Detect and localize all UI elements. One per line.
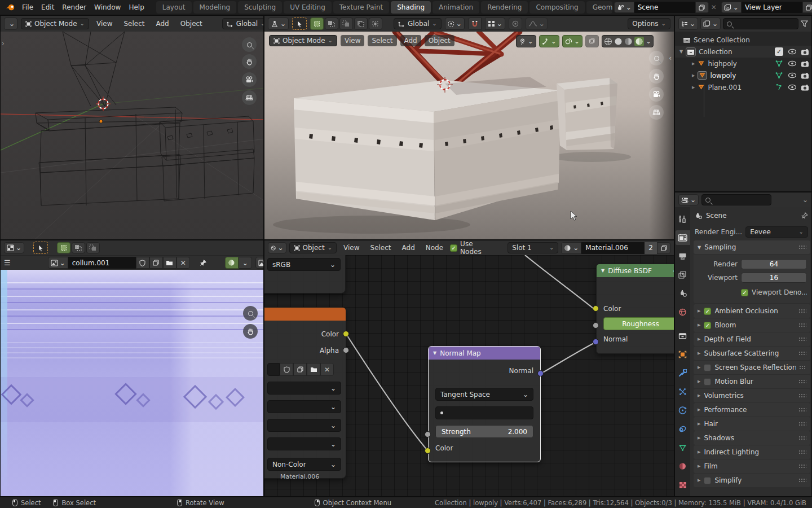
tab-modeling[interactable]: Modeling	[193, 1, 237, 14]
new-material-button[interactable]	[657, 242, 670, 254]
normal-map-image[interactable]	[1, 270, 264, 497]
material-users-count[interactable]: 2	[645, 242, 657, 254]
interpolation-dropdown[interactable]: ⌄	[267, 400, 341, 413]
editor-type-image-icon[interactable]: ⌄	[4, 242, 24, 253]
tab-collection[interactable]	[676, 329, 690, 343]
outliner-search-input[interactable]	[723, 18, 798, 29]
menu-node[interactable]: Node	[422, 242, 447, 253]
menu-render[interactable]: Render	[58, 2, 90, 13]
ambient-occlusion-checkbox[interactable]: ✓	[704, 308, 711, 315]
simplify-checkbox[interactable]	[704, 477, 711, 484]
duplicate-image-button[interactable]	[149, 257, 163, 269]
new-scene-button[interactable]	[695, 2, 709, 13]
outliner-row-scene-collection[interactable]: Scene Collection	[675, 34, 811, 46]
pan-tool-button[interactable]	[242, 54, 257, 69]
blender-logo-icon[interactable]	[6, 3, 16, 11]
display-channels-icon[interactable]	[255, 257, 264, 269]
properties-search-input[interactable]	[701, 194, 771, 205]
panel-hair[interactable]: ▶Hair	[694, 417, 810, 431]
open-image-folder-button[interactable]	[163, 257, 176, 269]
transform-orientation-dropdown[interactable]: Global⌄	[222, 18, 264, 29]
menu-edit[interactable]: Edit	[37, 2, 58, 13]
editor-type-properties-icon[interactable]: ⌄	[678, 194, 699, 205]
render-engine-dropdown[interactable]: Eevee⌄	[745, 226, 808, 238]
panel-sampling[interactable]: ▼ Sampling	[694, 240, 810, 254]
shader-type-dropdown[interactable]: Object⌄	[289, 242, 337, 253]
hide-eye-icon[interactable]	[788, 49, 797, 55]
disable-render-camera-icon[interactable]	[801, 72, 809, 79]
add-view-layer-button[interactable]	[802, 2, 812, 13]
chevron-down-icon[interactable]: ⌄	[646, 37, 651, 45]
tab-particles[interactable]	[676, 384, 690, 399]
zoom-tool-button[interactable]	[242, 37, 257, 52]
normal-map-space-dropdown[interactable]: Tangent Space⌄	[435, 388, 533, 401]
tab-object[interactable]	[676, 347, 690, 362]
tab-rendering[interactable]: Rendering	[481, 1, 528, 14]
tab-texture[interactable]	[676, 478, 690, 492]
panel-screen-space-reflections[interactable]: ▶Screen Space Reflections	[694, 361, 810, 374]
show-gizmo-toggle[interactable]: ⌄	[539, 35, 559, 47]
node-image-texture[interactable]: Color Alpha ✕ ⌄ ⌄ ⌄ ⌄ Non-Color⌄	[264, 307, 346, 479]
disclosure-triangle-icon[interactable]: ▶	[692, 73, 695, 78]
mode-dropdown[interactable]: Object Mode⌄	[21, 18, 89, 29]
menu-window[interactable]: Window	[90, 2, 125, 13]
image-texture-node-header[interactable]	[264, 308, 346, 321]
pan-tool-button[interactable]	[649, 69, 664, 84]
panel-performance[interactable]: ▶Performance	[694, 403, 810, 417]
properties-options-dropdown[interactable]: ⌄	[802, 196, 808, 204]
hide-eye-icon[interactable]	[788, 60, 797, 67]
tab-modifiers[interactable]	[676, 366, 690, 380]
menu-help[interactable]: Help	[125, 2, 148, 13]
tab-geometry[interactable]: Geom	[586, 1, 612, 14]
tab-texture-paint[interactable]: Texture Paint	[333, 1, 389, 14]
material-browse-icon[interactable]: ⌄	[561, 242, 581, 254]
shading-material-button[interactable]	[624, 37, 633, 46]
zoom-tool-button[interactable]	[649, 51, 664, 65]
scene-browse-icon[interactable]: ⌄	[614, 2, 634, 13]
panel-subsurface-scattering[interactable]: ▶Subsurface Scattering	[694, 347, 810, 360]
menu-view[interactable]: View	[92, 18, 116, 29]
mode-dropdown[interactable]: Object Mode⌄	[269, 35, 337, 46]
tab-compositing[interactable]: Compositing	[529, 1, 584, 14]
shading-rendered-button[interactable]	[634, 37, 644, 46]
menu-object[interactable]: Object	[425, 35, 454, 46]
image-browse-icon[interactable]: ⌄	[48, 257, 68, 269]
image-mode-sphere-icon[interactable]	[225, 257, 239, 269]
material-slot-dropdown[interactable]: Slot 1⌄	[508, 242, 558, 253]
select-mode-intersect-button[interactable]	[369, 17, 382, 30]
hide-eye-icon[interactable]	[788, 72, 797, 78]
diffuse-bsdf-node-header[interactable]: ▼Diffuse BSDF ‹	[597, 264, 674, 277]
shading-wireframe-button[interactable]	[604, 37, 612, 46]
scene-name-field[interactable]: Scene	[634, 2, 695, 13]
ortho-grid-button[interactable]	[649, 105, 664, 120]
socket-alpha-output[interactable]	[343, 347, 349, 353]
tab-physics[interactable]	[676, 403, 690, 418]
panel-depth-of-field[interactable]: ▶Depth of Field	[694, 332, 810, 346]
image-name-field[interactable]: collum.001	[68, 257, 136, 269]
region-collapse-icon[interactable]: ‹	[669, 54, 672, 62]
normal-map-node-header[interactable]: ▼ Normal Map	[429, 347, 540, 360]
view-layer-browse-icon[interactable]: ⌄	[721, 2, 742, 13]
fake-user-shield-button[interactable]	[280, 363, 293, 376]
socket-color-output[interactable]	[343, 331, 349, 337]
outliner-display-mode-dropdown[interactable]: ⌄	[700, 17, 721, 30]
select-mode-invert-button[interactable]	[354, 17, 368, 30]
socket-diffuse-color-input[interactable]	[593, 305, 599, 312]
zoom-tool-button[interactable]	[243, 306, 258, 321]
options-dropdown[interactable]: Options⌄	[628, 18, 670, 29]
breadcrumb-scene[interactable]: Scene	[706, 212, 727, 220]
tab-view-layer[interactable]	[676, 268, 690, 282]
disclosure-triangle-icon[interactable]: ▶	[692, 85, 695, 90]
menu-file[interactable]: File	[18, 2, 37, 13]
editor-type-outliner-icon[interactable]: ⌄	[678, 17, 698, 30]
select-mode-set-button[interactable]	[57, 242, 70, 253]
node-image-texture-top[interactable]: sRGB⌄	[264, 255, 346, 294]
exclude-checkbox[interactable]: ✓	[775, 47, 783, 56]
image-source-dropdown[interactable]: ⌄	[267, 382, 341, 395]
pin-icon[interactable]	[199, 259, 207, 267]
proportional-falloff-dropdown[interactable]: ⌄	[526, 17, 548, 30]
strength-slider[interactable]: Strength 2.000	[435, 425, 533, 438]
panel-shadows[interactable]: ▶Shadows	[694, 431, 810, 445]
tab-shading[interactable]: Shading	[391, 1, 431, 14]
socket-diffuse-normal-input[interactable]	[593, 339, 599, 345]
